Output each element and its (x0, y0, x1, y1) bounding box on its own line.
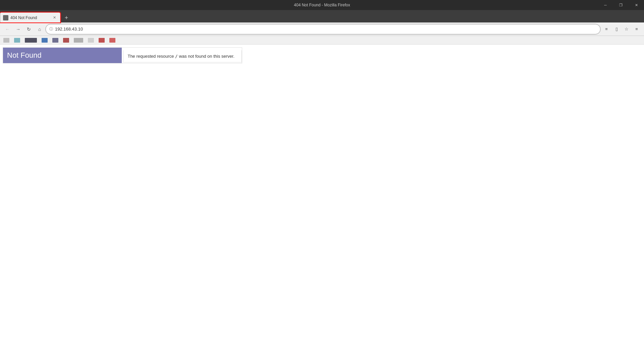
nav-right-controls: ≡ ▯ ☆ ≡ (602, 24, 641, 34)
forward-button[interactable]: → (13, 24, 23, 34)
navbar: ← → ↻ ⌂ ⓘ ≡ ▯ ☆ ≡ (0, 22, 644, 36)
address-input[interactable] (55, 27, 597, 32)
bookmark-item[interactable] (12, 37, 22, 44)
bookmark-button[interactable]: ☆ (622, 24, 631, 34)
pocket-button[interactable]: ▯ (612, 24, 621, 34)
security-info-icon[interactable]: ⓘ (49, 27, 53, 32)
active-tab[interactable]: 404 Not Found ✕ (0, 12, 60, 22)
tab-title: 404 Not Found (10, 15, 49, 20)
bookmark-item[interactable] (61, 37, 71, 44)
bookmark-item[interactable] (1, 37, 11, 44)
error-page: Not Found The requested resource / was n… (0, 45, 644, 66)
error-message-suffix: was not found on this server. (178, 54, 234, 59)
restore-button[interactable]: ❐ (613, 0, 629, 10)
close-button[interactable]: ✕ (629, 0, 644, 10)
bookmark-item[interactable] (50, 37, 60, 44)
window-title: 404 Not Found - Mozilla Firefox (294, 3, 350, 7)
window-controls: ─ ❐ ✕ (598, 0, 644, 10)
bookmark-swatch (74, 38, 83, 43)
bookmark-swatch (99, 38, 105, 43)
titlebar: 404 Not Found - Mozilla Firefox ─ ❐ ✕ (0, 0, 644, 10)
menu-button[interactable]: ≡ (632, 24, 641, 34)
minimize-button[interactable]: ─ (598, 0, 613, 10)
bookmark-item[interactable] (107, 37, 117, 44)
home-button[interactable]: ⌂ (35, 24, 44, 34)
tabbar: 404 Not Found ✕ + (0, 10, 644, 22)
new-tab-button[interactable]: + (62, 13, 71, 22)
tab-favicon (3, 15, 8, 20)
address-bar[interactable]: ⓘ (46, 24, 600, 34)
bookmarks-bar (0, 36, 644, 45)
page-content: Not Found The requested resource / was n… (0, 45, 644, 353)
back-button[interactable]: ← (3, 24, 12, 34)
bookmark-swatch (42, 38, 48, 43)
reload-button[interactable]: ↻ (24, 24, 34, 34)
bookmark-swatch (3, 38, 9, 43)
bookmark-item[interactable] (72, 37, 85, 44)
bookmark-swatch (52, 38, 58, 43)
error-title: Not Found (7, 51, 118, 60)
bookmark-swatch (14, 38, 20, 43)
bookmark-swatch (63, 38, 69, 43)
bookmark-item[interactable] (40, 37, 50, 44)
error-message-prefix: The requested resource (127, 54, 175, 59)
error-wrapper: Not Found The requested resource / was n… (3, 47, 242, 63)
bookmark-item[interactable] (86, 37, 96, 44)
bookmark-swatch (109, 38, 115, 43)
error-body: The requested resource / was not found o… (123, 50, 242, 62)
bookmark-item[interactable] (97, 37, 107, 44)
reader-mode-button[interactable]: ≡ (602, 24, 611, 34)
bookmark-swatch (25, 38, 37, 43)
bookmark-item[interactable] (23, 37, 39, 44)
error-path: / (175, 54, 178, 59)
tab-close-button[interactable]: ✕ (51, 15, 57, 21)
bookmark-swatch (88, 38, 94, 43)
error-header: Not Found (3, 48, 122, 63)
